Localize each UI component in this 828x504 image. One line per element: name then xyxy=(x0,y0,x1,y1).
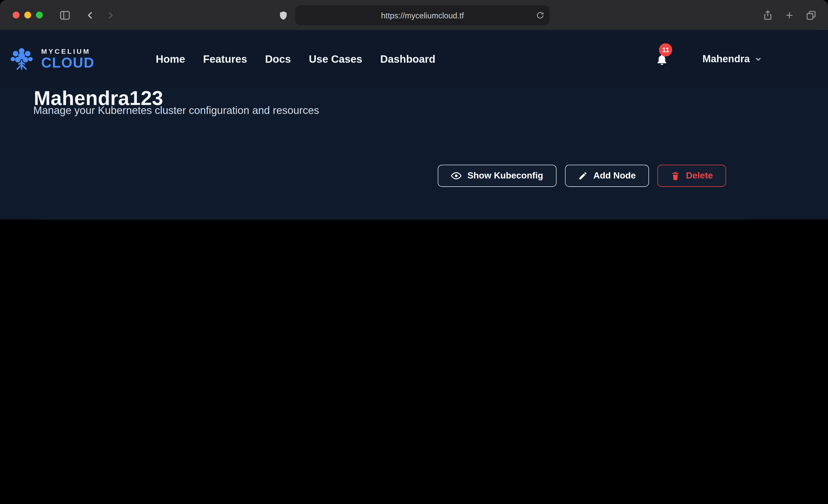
delete-cluster-button[interactable]: Delete xyxy=(658,165,726,187)
nav-links: Home Features Docs Use Cases Dashboard xyxy=(156,53,436,65)
browser-window: https://myceliumcloud.tf xyxy=(0,0,828,219)
brand-logo[interactable]: MYCELIUM CLOUD xyxy=(7,46,94,72)
minimize-window-button[interactable] xyxy=(24,12,31,18)
nav-right: 11 Mahendra xyxy=(655,53,766,66)
user-name: Mahendra xyxy=(703,53,750,65)
cluster-actions: Show Kubeconfig Add Node Delete xyxy=(438,165,726,187)
trash-icon xyxy=(671,171,680,180)
show-kubeconfig-label: Show Kubeconfig xyxy=(467,170,543,181)
show-kubeconfig-button[interactable]: Show Kubeconfig xyxy=(438,165,556,187)
share-icon[interactable] xyxy=(762,10,773,20)
pencil-icon xyxy=(578,171,587,180)
eye-icon xyxy=(451,170,462,181)
page-subtitle: Manage your Kubernetes cluster configura… xyxy=(33,104,319,117)
new-tab-icon[interactable] xyxy=(784,10,795,20)
user-menu[interactable]: Mahendra xyxy=(699,53,766,66)
privacy-shield-icon[interactable] xyxy=(278,10,288,20)
chevron-down-icon xyxy=(754,55,762,64)
sidebar-toggle-icon[interactable] xyxy=(59,9,71,21)
reload-icon[interactable] xyxy=(536,11,544,19)
forward-icon[interactable] xyxy=(105,10,116,20)
nav-link-features[interactable]: Features xyxy=(203,53,247,65)
tab-overview-icon[interactable] xyxy=(806,10,816,20)
browser-chrome: https://myceliumcloud.tf xyxy=(0,0,828,30)
brand-line2: CLOUD xyxy=(41,56,94,70)
nav-link-dashboard[interactable]: Dashboard xyxy=(380,53,436,65)
address-bar[interactable]: https://myceliumcloud.tf xyxy=(295,5,550,25)
back-icon[interactable] xyxy=(85,10,95,20)
mycelium-logo-icon xyxy=(7,46,36,72)
brand-text: MYCELIUM CLOUD xyxy=(41,48,94,70)
url-text: https://myceliumcloud.tf xyxy=(381,11,464,20)
zoom-window-button[interactable] xyxy=(36,12,43,18)
nav-link-home[interactable]: Home xyxy=(156,53,185,65)
cluster-card: Project Name Mahendra123 Created 10/29/2… xyxy=(34,219,752,219)
nav-link-docs[interactable]: Docs xyxy=(265,53,291,65)
nav-link-use-cases[interactable]: Use Cases xyxy=(309,53,362,65)
site-navbar: MYCELIUM CLOUD Home Features Docs Use Ca… xyxy=(0,30,828,88)
add-node-label: Add Node xyxy=(593,170,636,181)
notifications-button[interactable]: 11 xyxy=(655,53,668,66)
window-controls xyxy=(13,12,43,18)
brand-line1: MYCELIUM xyxy=(41,48,94,55)
close-window-button[interactable] xyxy=(13,12,19,18)
delete-label: Delete xyxy=(686,170,713,181)
notification-badge: 11 xyxy=(659,43,672,56)
page-content: Mahendra123 Manage your Kubernetes clust… xyxy=(0,30,828,219)
add-node-button[interactable]: Add Node xyxy=(565,165,649,187)
